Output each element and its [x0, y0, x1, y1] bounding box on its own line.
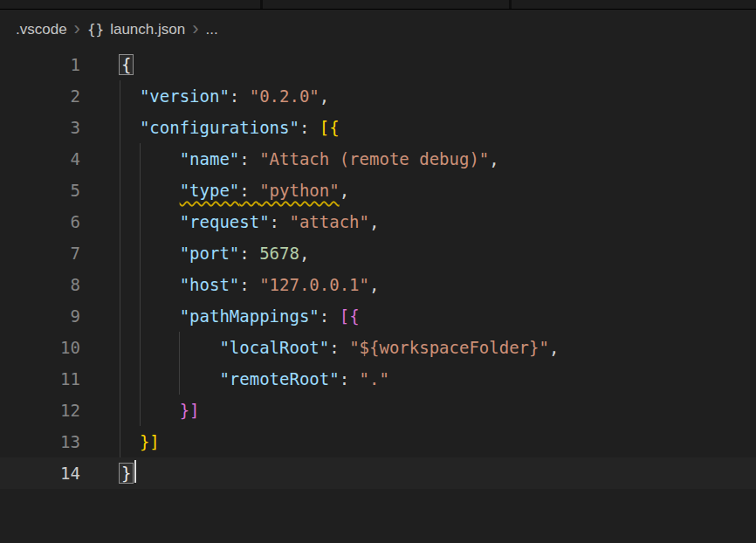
code-token — [120, 212, 180, 231]
code-token: : — [239, 181, 259, 200]
code-token: : — [230, 86, 250, 106]
line-number[interactable]: 9 — [0, 300, 80, 332]
code-token: : — [239, 275, 259, 294]
code-token — [120, 275, 180, 294]
code-token: }] — [180, 401, 200, 420]
code-token: "port" — [180, 244, 240, 263]
code-token: : — [270, 212, 290, 231]
code-token — [120, 432, 140, 451]
code-token — [120, 118, 140, 137]
line-number[interactable]: 12 — [0, 395, 80, 426]
indent-guide — [140, 143, 141, 426]
code-token: : — [239, 244, 259, 263]
code-token: , — [340, 181, 349, 200]
code-token — [120, 149, 180, 168]
breadcrumb-file[interactable]: launch.json — [110, 21, 185, 38]
chevron-right-icon: › — [74, 19, 80, 38]
code-token: "${workspaceFolder}" — [349, 338, 549, 357]
code-line[interactable]: 2 "version": "0.2.0", — [0, 80, 756, 112]
code-line[interactable]: 11 "remoteRoot": "." — [0, 363, 756, 395]
code-line[interactable]: 1{ — [0, 49, 756, 80]
code-token: "." — [360, 369, 389, 388]
code-token: "attach" — [289, 212, 369, 231]
code-token — [120, 338, 219, 357]
code-token: "configurations" — [140, 118, 299, 137]
code-token — [120, 306, 180, 326]
code-token: , — [320, 86, 329, 106]
code-token: "request" — [180, 212, 270, 231]
code-line[interactable]: 4 "name": "Attach (remote debug)", — [0, 143, 756, 175]
code-token: "name" — [180, 149, 240, 168]
chevron-right-icon: › — [192, 19, 198, 38]
code-line[interactable]: 10 "localRoot": "${workspaceFolder}", — [0, 332, 756, 363]
line-number[interactable]: 1 — [0, 49, 80, 80]
line-number[interactable]: 7 — [0, 237, 80, 269]
code-token — [120, 401, 180, 420]
code-token: : — [299, 118, 320, 137]
line-number[interactable]: 11 — [0, 363, 80, 395]
vscode-window: .vscode › {} launch.json › ... 1{2 "vers… — [0, 0, 756, 489]
code-token: "type" — [180, 181, 240, 200]
breadcrumb-folder[interactable]: .vscode — [16, 21, 67, 38]
code-token: "remoteRoot" — [219, 369, 339, 388]
editor[interactable]: 1{2 "version": "0.2.0",3 "configurations… — [0, 49, 756, 489]
line-number[interactable]: 8 — [0, 269, 80, 300]
code-token — [120, 244, 180, 263]
line-number[interactable]: 10 — [0, 332, 80, 363]
tab-top-segment[interactable] — [0, 0, 260, 9]
code-token: }] — [140, 432, 160, 451]
code-token: , — [299, 244, 309, 263]
tab-top-segment[interactable] — [512, 0, 756, 9]
indent-guide — [179, 332, 180, 395]
code-token: "Attach (remote debug)" — [259, 149, 489, 168]
code-token: [{ — [340, 306, 360, 326]
code-token — [120, 369, 219, 388]
code-token: , — [489, 149, 498, 168]
code-token: "version" — [140, 86, 230, 106]
code-line[interactable]: 8 "host": "127.0.0.1", — [0, 269, 756, 300]
json-file-icon: {} — [87, 21, 104, 38]
code-token: "localRoot" — [219, 338, 329, 357]
line-number[interactable]: 5 — [0, 175, 80, 206]
code-token — [120, 181, 180, 200]
code-token: { — [120, 55, 133, 74]
code-token: } — [120, 464, 133, 483]
code-line[interactable]: 5 "type": "python", — [0, 175, 756, 206]
code-line[interactable]: 9 "pathMappings": [{ — [0, 300, 756, 332]
code-token: , — [369, 275, 379, 294]
code-token: , — [549, 338, 559, 357]
line-number[interactable]: 6 — [0, 206, 80, 237]
editor-lines: 1{2 "version": "0.2.0",3 "configurations… — [0, 49, 756, 489]
line-number[interactable]: 3 — [0, 112, 80, 143]
code-token: : — [340, 369, 360, 388]
line-number[interactable]: 2 — [0, 80, 80, 112]
text-cursor — [134, 460, 136, 483]
code-line[interactable]: 13 }] — [0, 426, 756, 457]
code-token: : — [239, 149, 259, 168]
breadcrumb-more[interactable]: ... — [206, 21, 218, 38]
code-token: , — [369, 212, 379, 231]
tab-strip[interactable] — [0, 0, 756, 10]
code-token: : — [329, 338, 349, 357]
breadcrumb: .vscode › {} launch.json › ... — [0, 10, 756, 49]
code-token: "python" — [259, 181, 340, 200]
tab-top-segment[interactable] — [263, 0, 509, 9]
code-token: "127.0.0.1" — [259, 275, 369, 294]
code-token: "pathMappings" — [180, 306, 320, 326]
code-line[interactable]: 3 "configurations": [{ — [0, 112, 756, 143]
code-token: 5678 — [259, 244, 299, 263]
code-token: [{ — [320, 118, 340, 137]
code-token: "host" — [180, 275, 240, 294]
code-token — [120, 86, 140, 106]
code-token: : — [320, 306, 340, 326]
line-number[interactable]: 14 — [0, 457, 80, 489]
indent-guide — [120, 80, 120, 457]
code-line[interactable]: 14} — [0, 457, 756, 489]
code-token: "0.2.0" — [250, 86, 320, 106]
code-line[interactable]: 6 "request": "attach", — [0, 206, 756, 237]
code-line[interactable]: 12 }] — [0, 395, 756, 426]
line-number[interactable]: 4 — [0, 143, 80, 175]
code-line[interactable]: 7 "port": 5678, — [0, 237, 756, 269]
line-number[interactable]: 13 — [0, 426, 80, 457]
